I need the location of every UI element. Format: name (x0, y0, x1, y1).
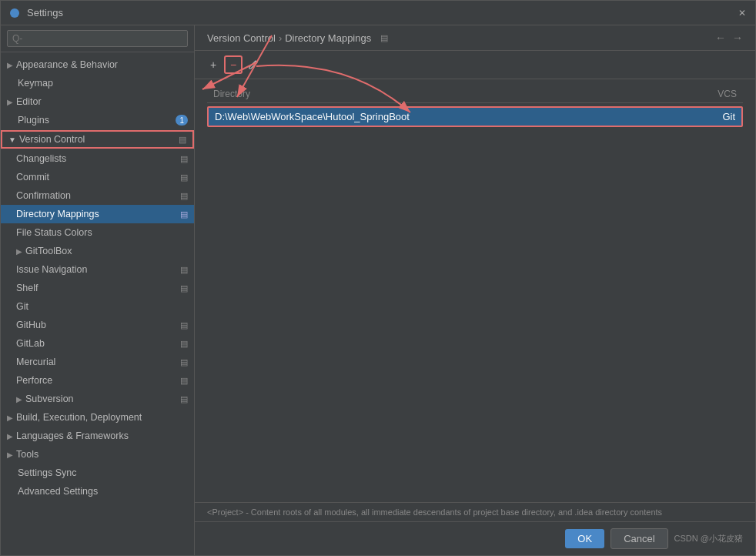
main-header: Version Control › Directory Mappings ▤ ←… (195, 25, 755, 51)
settings-icon: ▤ (180, 154, 188, 164)
sidebar-item-tools[interactable]: ▶ Tools (1, 445, 194, 464)
col-header-vcs: VCS (675, 89, 737, 99)
sidebar-item-gitlab[interactable]: GitLab ▤ (1, 334, 194, 353)
sidebar-item-label: Issue Navigation (16, 264, 87, 275)
header-nav: ← → (715, 32, 743, 44)
sidebar-item-label: Shelf (16, 283, 38, 293)
sidebar-item-label: Confirmation (16, 190, 71, 201)
sidebar-item-label: File Status Colors (16, 227, 92, 238)
expand-arrow: ▶ (16, 247, 22, 256)
sidebar-item-keymap[interactable]: Keymap (1, 74, 194, 92)
sidebar-item-label: Advanced Settings (18, 486, 98, 497)
sidebar-item-gittoolbox[interactable]: ▶ GitToolBox (1, 242, 194, 260)
sidebar-item-advanced-settings[interactable]: Advanced Settings (1, 482, 194, 501)
table-header: Directory VCS (207, 85, 743, 103)
settings-icon: ▤ (180, 172, 188, 183)
sidebar-item-commit[interactable]: Commit ▤ (1, 168, 194, 186)
sidebar-item-label: GitLab (16, 338, 45, 349)
breadcrumb-icon: ▤ (380, 33, 388, 43)
sidebar-item-appearance[interactable]: ▶ Appearance & Behavior (1, 55, 194, 74)
sidebar-item-label: Git (16, 301, 28, 312)
sidebar-item-github[interactable]: GitHub ▤ (1, 316, 194, 334)
settings-icon: ▤ (180, 191, 188, 201)
sidebar-item-build[interactable]: ▶ Build, Execution, Deployment (1, 408, 194, 427)
vcs-value: Git (674, 111, 735, 122)
sidebar-item-version-control[interactable]: ▼ Version Control ▤ (1, 130, 194, 149)
expand-arrow: ▶ (7, 61, 13, 69)
sidebar: ▶ Appearance & Behavior Keymap ▶ Editor … (1, 25, 195, 555)
sidebar-item-label: Tools (16, 449, 38, 460)
sidebar-item-plugins[interactable]: Plugins 1 (1, 111, 194, 129)
sidebar-item-label: Changelists (16, 153, 66, 164)
sidebar-item-issue-navigation[interactable]: Issue Navigation ▤ (1, 260, 194, 279)
window-title: Settings (27, 7, 63, 18)
edit-button[interactable] (244, 55, 263, 74)
table-container: Directory VCS D:\Web\WebWorkSpace\Hutool… (195, 79, 755, 502)
title-bar: Settings ✕ (1, 1, 755, 25)
sidebar-item-label: Directory Mappings (16, 209, 99, 219)
remove-button[interactable]: − (224, 55, 243, 74)
settings-icon: ▤ (180, 376, 188, 386)
sidebar-item-label: Build, Execution, Deployment (16, 412, 142, 423)
sidebar-item-file-status-colors[interactable]: File Status Colors (1, 223, 194, 242)
breadcrumb-part1: Version Control (207, 32, 276, 44)
breadcrumb: Version Control › Directory Mappings ▤ (207, 32, 388, 44)
footer-note: <Project> - Content roots of all modules… (195, 502, 755, 521)
sidebar-tree: ▶ Appearance & Behavior Keymap ▶ Editor … (1, 52, 194, 555)
plugins-badge: 1 (176, 115, 188, 126)
breadcrumb-part2: Directory Mappings (285, 32, 371, 44)
bottom-bar: OK Cancel CSDN @小花皮猪 (195, 521, 755, 555)
sidebar-item-mercurial[interactable]: Mercurial ▤ (1, 353, 194, 371)
search-box (1, 25, 194, 52)
svg-point-0 (10, 8, 19, 18)
directory-path: D:\Web\WebWorkSpace\Hutool_SpringBoot (215, 111, 674, 122)
settings-icon: ▤ (180, 209, 188, 219)
sidebar-item-subversion[interactable]: ▶ Subversion ▤ (1, 390, 194, 408)
app-icon (8, 7, 21, 19)
cancel-button[interactable]: Cancel (610, 528, 667, 549)
settings-window: Settings ✕ ▶ Appearance & Behavior Keyma… (0, 0, 756, 556)
sidebar-item-settings-sync[interactable]: Settings Sync (1, 464, 194, 482)
settings-icon: ▤ (180, 394, 188, 404)
table-row[interactable]: D:\Web\WebWorkSpace\Hutool_SpringBoot Gi… (207, 106, 743, 127)
ok-button[interactable]: OK (565, 529, 604, 548)
title-bar-left: Settings (8, 7, 63, 19)
settings-icon: ▤ (180, 283, 188, 293)
content-area: ▶ Appearance & Behavior Keymap ▶ Editor … (1, 25, 755, 555)
expand-arrow: ▼ (8, 136, 16, 144)
add-button[interactable]: + (204, 55, 222, 74)
sidebar-item-label: Perforce (16, 375, 52, 386)
sidebar-item-editor[interactable]: ▶ Editor (1, 92, 194, 111)
sidebar-item-label: Keymap (18, 78, 53, 89)
settings-icon: ▤ (180, 320, 188, 330)
expand-arrow: ▶ (7, 414, 13, 422)
col-header-directory: Directory (213, 89, 675, 99)
sidebar-item-label: Version Control (19, 134, 85, 145)
sidebar-item-label: GitHub (16, 320, 46, 330)
footer-text: <Project> - Content roots of all modules… (207, 507, 662, 517)
sidebar-item-shelf[interactable]: Shelf ▤ (1, 279, 194, 297)
forward-button[interactable]: → (732, 32, 743, 44)
main-panel: Version Control › Directory Mappings ▤ ←… (195, 25, 755, 555)
expand-arrow: ▶ (7, 450, 13, 459)
sidebar-item-label: Subversion (25, 394, 74, 404)
sidebar-item-confirmation[interactable]: Confirmation ▤ (1, 186, 194, 205)
settings-icon: ▤ (180, 357, 188, 367)
breadcrumb-separator: › (279, 32, 282, 44)
sidebar-item-languages[interactable]: ▶ Languages & Frameworks (1, 427, 194, 445)
sidebar-item-perforce[interactable]: Perforce ▤ (1, 371, 194, 390)
sidebar-item-git[interactable]: Git (1, 297, 194, 316)
sidebar-item-label: Editor (16, 96, 42, 107)
expand-arrow: ▶ (16, 395, 22, 404)
sidebar-item-label: Commit (16, 172, 49, 183)
sidebar-item-label: Mercurial (16, 357, 55, 367)
search-input[interactable] (7, 30, 188, 47)
sidebar-item-label: Settings Sync (18, 467, 76, 478)
sidebar-item-label: Languages & Frameworks (16, 430, 129, 441)
sidebar-item-changelists[interactable]: Changelists ▤ (1, 149, 194, 168)
settings-icon: ▤ (180, 339, 188, 349)
close-button[interactable]: ✕ (737, 8, 748, 18)
back-button[interactable]: ← (715, 32, 726, 44)
sidebar-item-label: Appearance & Behavior (16, 59, 118, 70)
sidebar-item-directory-mappings[interactable]: Directory Mappings ▤ (1, 205, 194, 223)
